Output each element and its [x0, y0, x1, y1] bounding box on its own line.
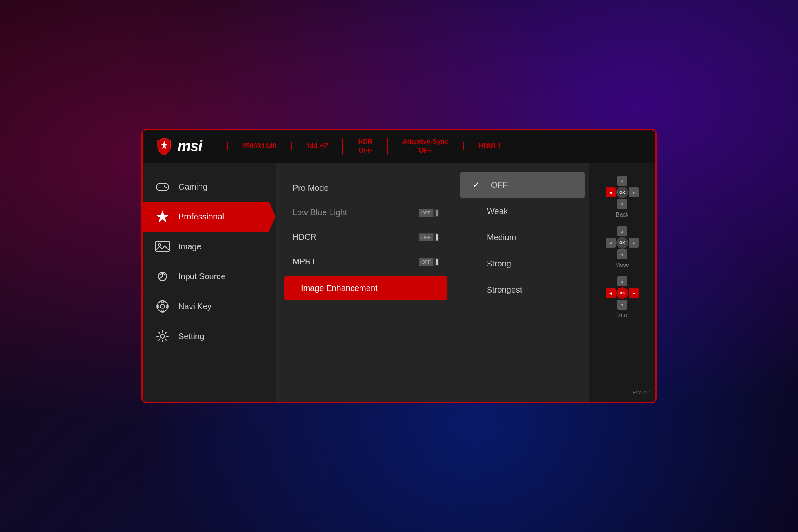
- dpad-right-enter[interactable]: ►: [629, 288, 639, 298]
- dpad-left-move[interactable]: ◄: [606, 238, 616, 248]
- sidebar-item-gaming[interactable]: Gaming: [143, 172, 276, 202]
- spec-resolution: 2560X1440: [227, 142, 291, 151]
- move-dpad-group: OK ▲ ▼ ◄ ► Move: [606, 226, 639, 268]
- dpad-up-back[interactable]: ▲: [617, 176, 627, 186]
- gear-icon: [155, 329, 170, 344]
- move-dpad-center: OK: [616, 237, 628, 249]
- toggle-indicator: ▐: [433, 209, 439, 217]
- spec-refresh: 144 HZ: [291, 142, 342, 151]
- check-icon: ✓: [473, 180, 483, 190]
- sidebar-item-image[interactable]: Image: [143, 232, 276, 261]
- sidebar-item-navi-key[interactable]: Navi Key: [143, 291, 276, 321]
- svg-point-3: [164, 185, 165, 187]
- main-content: Gaming Professional Im: [143, 163, 655, 402]
- header-specs: 2560X1440 144 HZ HDROFF Adaptive-SyncOFF…: [227, 138, 643, 155]
- dpad-left-enter[interactable]: ◄: [606, 288, 616, 298]
- low-blue-light-label: Low Blue Light: [293, 208, 347, 217]
- option-off[interactable]: ✓ OFF: [460, 172, 585, 198]
- menu-item-image-enhancement[interactable]: Image Enhancement: [284, 276, 447, 300]
- sidebar-label-input-source: Input Source: [178, 272, 225, 281]
- pro-mode-label: Pro Mode: [293, 183, 329, 193]
- sidebar-label-image: Image: [178, 242, 202, 251]
- menu-item-low-blue-light[interactable]: Low Blue Light OFF ▐: [276, 200, 456, 225]
- sidebar-label-setting: Setting: [178, 332, 204, 341]
- enter-label: Enter: [615, 312, 629, 318]
- svg-rect-12: [161, 310, 164, 312]
- spec-hdr: HDROFF: [342, 138, 387, 155]
- svg-marker-5: [156, 210, 169, 222]
- toggle-indicator-hdcr: ▐: [433, 233, 439, 241]
- dpad-up-enter[interactable]: ▲: [617, 276, 627, 286]
- right-panel: ✓ OFF Weak Medium Strong Strongest: [456, 163, 589, 402]
- svg-point-15: [160, 334, 165, 338]
- back-label: Back: [616, 211, 628, 218]
- sidebar-label-navi-key: Navi Key: [178, 302, 212, 311]
- dpad-up-move[interactable]: ▲: [617, 226, 627, 236]
- sidebar-item-input-source[interactable]: Input Source: [143, 261, 276, 291]
- header: msi 2560X1440 144 HZ HDROFF Adaptive-Syn…: [143, 130, 655, 163]
- toggle-off-label-hdcr: OFF: [419, 234, 433, 241]
- option-strong-label: Strong: [487, 259, 511, 268]
- star-icon: [155, 209, 170, 224]
- back-dpad: OK ▲ ▼ ◄ ►: [606, 176, 639, 209]
- low-blue-light-toggle[interactable]: OFF ▐: [419, 209, 439, 217]
- middle-panel: Pro Mode Low Blue Light OFF ▐ HDCR OFF ▐…: [276, 163, 456, 402]
- move-dpad: OK ▲ ▼ ◄ ►: [606, 226, 639, 259]
- svg-rect-13: [157, 305, 159, 308]
- option-strong[interactable]: Strong: [456, 251, 589, 277]
- svg-point-7: [158, 244, 161, 246]
- toggle-off-label-mprt: OFF: [419, 258, 433, 266]
- svg-point-4: [165, 187, 167, 188]
- svg-rect-6: [156, 241, 169, 251]
- firmware-label: FW.011: [633, 389, 651, 396]
- svg-rect-11: [161, 300, 164, 303]
- dpad-left-back[interactable]: ◄: [606, 187, 616, 197]
- dpad-right-move[interactable]: ►: [629, 238, 639, 248]
- dpad-down-move[interactable]: ▼: [617, 249, 627, 259]
- svg-point-10: [160, 304, 165, 308]
- back-dpad-group: OK ▲ ▼ ◄ ► Back: [606, 176, 639, 218]
- option-strongest[interactable]: Strongest: [456, 277, 589, 303]
- sidebar-label-professional: Professional: [178, 212, 224, 222]
- option-medium-label: Medium: [487, 233, 516, 242]
- enter-dpad-group: OK ▲ ▼ ◄ ► Enter: [606, 276, 639, 318]
- menu-item-pro-mode[interactable]: Pro Mode: [276, 176, 456, 200]
- option-off-label: OFF: [491, 180, 507, 190]
- spec-adaptive-sync: Adaptive-SyncOFF: [387, 138, 463, 155]
- mprt-label: MPRT: [293, 257, 316, 266]
- sidebar-label-gaming: Gaming: [178, 182, 207, 192]
- option-weak-label: Weak: [487, 207, 508, 216]
- move-label: Move: [615, 261, 629, 268]
- dpad-right-back[interactable]: ►: [629, 187, 639, 197]
- hdcr-toggle[interactable]: OFF ▐: [419, 233, 439, 241]
- sidebar: Gaming Professional Im: [143, 163, 276, 402]
- svg-rect-14: [166, 305, 168, 308]
- dpad-down-back[interactable]: ▼: [617, 199, 627, 209]
- enter-dpad: OK ▲ ▼ ◄ ►: [606, 276, 639, 310]
- back-dpad-center: OK: [616, 187, 628, 198]
- menu-item-mprt[interactable]: MPRT OFF ▐: [276, 249, 456, 274]
- gamepad-icon: [155, 179, 170, 194]
- navi-icon: [155, 299, 170, 314]
- option-medium[interactable]: Medium: [456, 224, 589, 251]
- enter-dpad-center: OK: [616, 287, 628, 299]
- menu-item-hdcr[interactable]: HDCR OFF ▐: [276, 225, 456, 249]
- input-icon: [155, 269, 170, 284]
- toggle-off-label: OFF: [419, 209, 433, 217]
- image-enhancement-label: Image Enhancement: [301, 283, 378, 293]
- hdcr-label: HDCR: [293, 232, 317, 242]
- dpad-down-enter[interactable]: ▼: [617, 300, 627, 310]
- controls-panel: OK ▲ ▼ ◄ ► Back OK ▲ ▼ ◄ ► Move: [589, 163, 655, 402]
- sidebar-item-setting[interactable]: Setting: [143, 321, 276, 351]
- sidebar-item-professional[interactable]: Professional: [143, 202, 276, 232]
- option-strongest-label: Strongest: [487, 285, 522, 295]
- toggle-indicator-mprt: ▐: [433, 258, 439, 266]
- spec-input: HDMI 1: [463, 142, 515, 151]
- logo-area: msi: [155, 137, 202, 155]
- option-weak[interactable]: Weak: [456, 198, 589, 224]
- monitor-osd: msi 2560X1440 144 HZ HDROFF Adaptive-Syn…: [141, 129, 657, 403]
- mprt-toggle[interactable]: OFF ▐: [419, 258, 439, 266]
- msi-logo-text: msi: [177, 138, 202, 155]
- image-icon: [155, 239, 170, 254]
- msi-shield-icon: [155, 137, 173, 155]
